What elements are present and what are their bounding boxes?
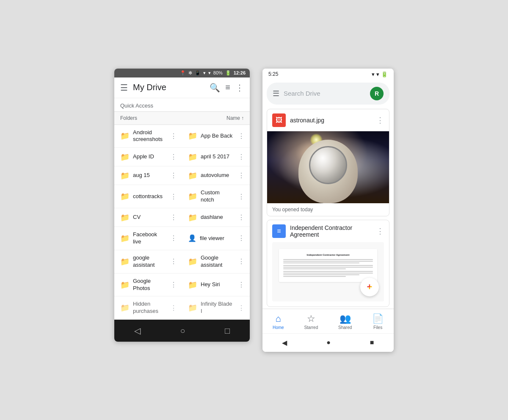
signal-icon: ▾ [203, 70, 206, 76]
folder-icon: 📁 [120, 152, 130, 162]
menu-icon[interactable]: ☰ [273, 89, 279, 98]
folders-wrapper: 📁 Android screenshots ⋮ 📁 App Be Back ⋮ … [114, 125, 250, 320]
android-recent-button[interactable]: ■ [362, 337, 383, 348]
nav-back-button[interactable]: ◁ [126, 324, 149, 337]
user-avatar[interactable]: R [370, 87, 384, 100]
list-item[interactable]: 📁 aug 15 ⋮ [114, 166, 182, 185]
folder-icon: 📁 [120, 171, 130, 180]
opened-text: You opened today [267, 203, 389, 216]
list-item[interactable]: 📁 Google assistant ⋮ [182, 250, 250, 274]
doc-more-icon[interactable]: ⋮ [376, 227, 384, 236]
folder-name: dashlane [201, 214, 234, 221]
android-home-button[interactable]: ● [318, 337, 339, 348]
sort-control[interactable]: Name ↑ [226, 115, 244, 121]
battery-icon-right: 🔋 [381, 71, 388, 77]
nav-starred-tab[interactable]: ☆ Starred [304, 313, 318, 330]
list-item[interactable]: 📁 Apple ID ⋮ [114, 148, 182, 166]
item-more-icon[interactable]: ⋮ [169, 131, 178, 141]
folder-icon: 📁 [120, 192, 130, 201]
folder-name: App Be Back [201, 133, 234, 140]
folder-name: april 5 2017 [201, 153, 234, 160]
file-card-image[interactable]: 🖼 astronaut.jpg ⋮ You opened today [267, 109, 389, 216]
file-name: astronaut.jpg [290, 117, 372, 124]
item-more-icon[interactable]: ⋮ [169, 233, 178, 243]
phone-right: 5:25 ▾ ▾ 🔋 ☰ Search Drive R 🖼 astronaut.… [262, 69, 394, 352]
status-bar-left: 📍 ✻ 📱 ▾ ▾ 80% 🔋 12:26 [114, 69, 250, 77]
nav-home-button[interactable]: ○ [171, 324, 193, 337]
list-item[interactable]: 📁 Facebook live ⋮ [114, 227, 182, 250]
doc-line [283, 267, 373, 268]
list-item[interactable]: 📁 Custom notch ⋮ [182, 185, 250, 208]
item-more-icon[interactable]: ⋮ [169, 257, 178, 266]
list-item[interactable]: 📁 dashlane ⋮ [182, 208, 250, 227]
folder-name: Infinity Blade I [201, 301, 234, 315]
folder-icon: 📁 [120, 303, 130, 312]
item-more-icon[interactable]: ⋮ [169, 213, 178, 222]
item-more-icon[interactable]: ⋮ [237, 280, 246, 290]
item-more-icon[interactable]: ⋮ [237, 233, 246, 243]
folder-icon: 📁 [188, 303, 197, 312]
item-more-icon[interactable]: ⋮ [169, 171, 178, 180]
folder-name: CV [133, 214, 166, 221]
search-input[interactable]: Search Drive [284, 90, 366, 97]
bluetooth-icon: ✻ [188, 70, 192, 76]
android-nav-bar: ◁ ○ □ [114, 320, 250, 342]
fab-plus-colored-icon: + [367, 282, 373, 293]
folder-icon: 📁 [188, 171, 197, 180]
shared-folder-icon: 👤 [188, 234, 196, 242]
item-more-icon[interactable]: ⋮ [237, 192, 246, 202]
folder-icon: 📁 [120, 234, 130, 243]
folder-icon: 📁 [188, 280, 197, 290]
folder-name: Facebook live [133, 231, 166, 246]
list-item[interactable]: 📁 App Be Back ⋮ [182, 125, 250, 148]
list-item[interactable]: 📁 Hidden purchases ⋮ [114, 296, 182, 320]
nav-recent-button[interactable]: □ [216, 324, 238, 337]
hamburger-icon[interactable]: ☰ [120, 83, 128, 93]
item-more-icon[interactable]: ⋮ [169, 192, 178, 202]
fab-right-button[interactable]: + [360, 278, 379, 296]
item-more-icon[interactable]: ⋮ [237, 213, 246, 222]
list-item[interactable]: 👤 file viewer ⋮ [182, 227, 250, 250]
list-item[interactable]: 📁 Infinity Blade I ⋮ [182, 296, 250, 320]
android-back-button[interactable]: ◀ [273, 337, 295, 348]
list-view-icon[interactable]: ≡ [225, 83, 230, 92]
item-more-icon[interactable]: ⋮ [169, 280, 178, 290]
folder-icon: 📁 [188, 192, 197, 201]
starred-nav-icon: ☆ [307, 313, 315, 324]
doc-card-header: ≡ Independent Contractor Agreement ⋮ [267, 220, 389, 242]
list-item[interactable]: 📁 autovolume ⋮ [182, 166, 250, 185]
folder-icon: 📁 [188, 131, 197, 141]
item-more-icon[interactable]: ⋮ [237, 131, 246, 141]
item-more-icon[interactable]: ⋮ [237, 257, 246, 266]
item-more-icon[interactable]: ⋮ [237, 171, 246, 180]
item-more-icon[interactable]: ⋮ [237, 152, 246, 162]
folder-name: cottontracks [133, 193, 166, 200]
doc-name: Independent Contractor Agreement [290, 224, 372, 238]
more-options-icon[interactable]: ⋮ [235, 83, 244, 93]
status-time: 12:26 [234, 70, 246, 75]
list-item[interactable]: 📁 Android screenshots ⋮ [114, 125, 182, 148]
list-item[interactable]: 📁 google assistant ⋮ [114, 250, 182, 274]
status-bar-right: 5:25 ▾ ▾ 🔋 [262, 69, 394, 80]
file-thumbnail [267, 131, 389, 203]
list-item[interactable]: 📁 april 5 2017 ⋮ [182, 148, 250, 166]
list-item[interactable]: 📁 CV ⋮ [114, 208, 182, 227]
folder-name: Apple ID [133, 153, 166, 160]
sort-arrow: ↑ [241, 115, 244, 121]
nav-shared-tab[interactable]: 👥 Shared [338, 313, 352, 330]
nav-files-tab[interactable]: 📄 Files [372, 313, 384, 330]
item-more-icon[interactable]: ⋮ [169, 152, 178, 162]
search-bar[interactable]: ☰ Search Drive R [267, 83, 389, 105]
file-more-icon[interactable]: ⋮ [376, 116, 384, 125]
phone-icon: 📱 [195, 70, 201, 76]
folder-icon: 📁 [120, 257, 130, 266]
item-more-icon[interactable]: ⋮ [169, 303, 178, 313]
list-item[interactable]: 📁 cottontracks ⋮ [114, 185, 182, 208]
list-item[interactable]: 📁 Google Photos ⋮ [114, 274, 182, 297]
phone-left: 📍 ✻ 📱 ▾ ▾ 80% 🔋 12:26 ☰ My Drive 🔍 ≡ ⋮ Q… [114, 69, 250, 342]
doc-card[interactable]: ≡ Independent Contractor Agreement ⋮ Ind… [267, 220, 389, 307]
list-item[interactable]: 📁 Hey Siri ⋮ [182, 274, 250, 297]
search-icon[interactable]: 🔍 [210, 83, 220, 93]
nav-home-tab[interactable]: ⌂ Home [273, 313, 284, 330]
item-more-icon[interactable]: ⋮ [237, 303, 246, 313]
